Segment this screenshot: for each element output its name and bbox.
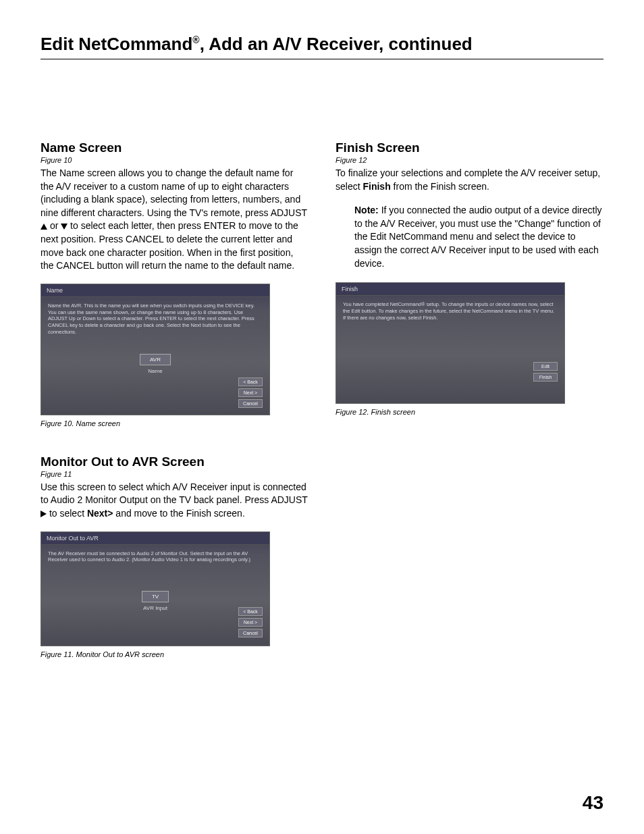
name-caption: Figure 10. Name screen xyxy=(41,419,308,427)
monitor-shot-center: TV AVR Input xyxy=(48,589,263,611)
monitor-shot-body: The AV Receiver must be connected to Aud… xyxy=(41,545,269,643)
name-shot-titlebar: Name xyxy=(41,284,269,297)
title-prefix: Edit NetCommand xyxy=(41,34,192,54)
content-columns: Name Screen Figure 10 The Name screen al… xyxy=(41,140,603,658)
monitor-back-button: < Back xyxy=(238,607,263,616)
monitor-screenshot: Monitor Out to AVR The AV Receiver must … xyxy=(41,531,270,646)
name-body: The Name screen allows you to change the… xyxy=(41,167,308,273)
name-shot-body: Name the AVR. This is the name you will … xyxy=(41,297,269,413)
finish-figure-ref: Figure 12 xyxy=(336,156,603,164)
page-number: 43 xyxy=(583,792,603,814)
monitor-shot-label: AVR Input xyxy=(48,605,263,611)
name-shot-label: Name xyxy=(48,368,263,374)
monitor-shot-titlebar: Monitor Out to AVR xyxy=(41,532,269,545)
name-back-button: < Back xyxy=(238,377,263,386)
page-title: Edit NetCommand®, Add an A/V Receiver, c… xyxy=(41,34,603,55)
monitor-caption: Figure 11. Monitor Out to AVR screen xyxy=(41,650,308,658)
triangle-right-icon xyxy=(41,511,47,517)
finish-shot-buttons: Edit Finish xyxy=(533,362,558,382)
finish-screenshot: Finish You have completed NetCommand® se… xyxy=(336,282,565,404)
name-shot-center: AVR Name xyxy=(48,352,263,374)
name-heading: Name Screen xyxy=(41,140,308,155)
finish-note: Note: If you connected the audio output … xyxy=(354,204,603,270)
name-screenshot: Name Name the AVR. This is the name you … xyxy=(41,284,270,415)
left-column: Name Screen Figure 10 The Name screen al… xyxy=(41,140,308,658)
triangle-down-icon xyxy=(61,224,68,230)
name-next-button: Next > xyxy=(238,388,263,397)
title-rule xyxy=(41,59,603,59)
monitor-body: Use this screen to select which A/V Rece… xyxy=(41,481,308,521)
finish-shot-body: You have completed NetCommand® setup. To… xyxy=(336,296,564,394)
name-cancel-button: Cancel xyxy=(238,399,263,408)
note-label: Note: xyxy=(354,205,379,215)
finish-shot-text: You have completed NetCommand® setup. To… xyxy=(343,301,558,321)
finish-edit-button: Edit xyxy=(533,362,558,371)
finish-finish-button: Finish xyxy=(533,373,558,382)
finish-shot-titlebar: Finish xyxy=(336,283,564,296)
monitor-heading: Monitor Out to AVR Screen xyxy=(41,454,308,469)
name-figure-ref: Figure 10 xyxy=(41,156,308,164)
finish-body: To finalize your selections and complete… xyxy=(336,167,603,193)
monitor-next-button: Next > xyxy=(238,618,263,627)
monitor-cancel-button: Cancel xyxy=(238,629,263,637)
monitor-shot-buttons: < Back Next > Cancel xyxy=(238,607,263,637)
monitor-figure-ref: Figure 11 xyxy=(41,470,308,478)
right-column: Finish Screen Figure 12 To finalize your… xyxy=(336,140,603,658)
triangle-up-icon xyxy=(41,224,47,230)
note-body: If you connected the audio output of a d… xyxy=(354,205,602,268)
title-suffix: , Add an A/V Receiver, continued xyxy=(200,34,473,54)
name-shot-input: AVR xyxy=(140,354,171,365)
registered-mark: ® xyxy=(192,34,199,45)
name-shot-text: Name the AVR. This is the name you will … xyxy=(48,303,263,336)
finish-heading: Finish Screen xyxy=(336,140,603,155)
name-shot-buttons: < Back Next > Cancel xyxy=(238,377,263,408)
monitor-shot-input: TV xyxy=(142,591,169,602)
monitor-shot-text: The AV Receiver must be connected to Aud… xyxy=(48,550,263,564)
finish-caption: Figure 12. Finish screen xyxy=(336,408,603,416)
